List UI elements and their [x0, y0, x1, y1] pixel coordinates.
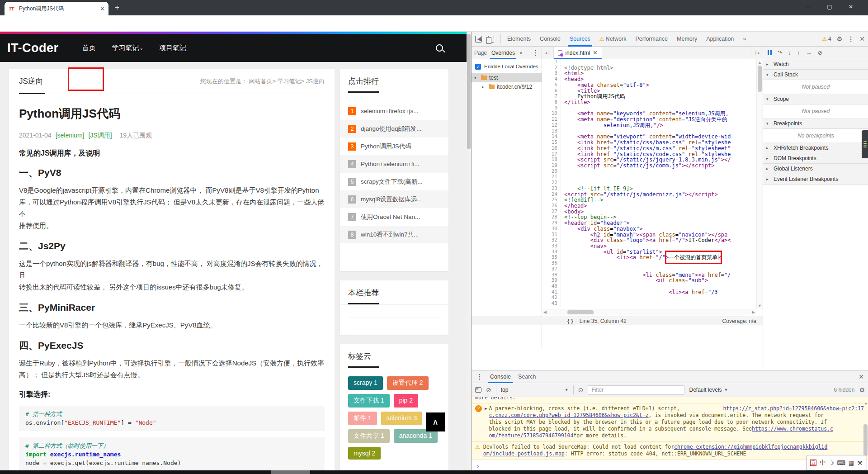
- editor-line[interactable]: 35 <li><a href="/">一个被濺的首页菜单<: [542, 255, 756, 261]
- ime-icon[interactable]: ⌨: [837, 460, 845, 466]
- console-link[interactable]: https://www.chromestatus.c: [752, 426, 833, 432]
- console-link[interactable]: om/feature/5718547946799104: [489, 432, 573, 439]
- ime-icon[interactable]: 五: [810, 460, 816, 466]
- line-number[interactable]: 19: [542, 163, 561, 169]
- step-over-icon[interactable]: ↷: [778, 49, 783, 56]
- line-number[interactable]: 23: [542, 186, 561, 192]
- devtools-tab-performance[interactable]: Performance: [635, 32, 668, 47]
- issues-count[interactable]: 4: [828, 36, 831, 42]
- editor-hscroll-thumb[interactable]: [567, 310, 594, 314]
- editor-line[interactable]: 36: [542, 261, 756, 266]
- editor-line[interactable]: 20: [542, 169, 756, 175]
- editor-vscroll-thumb[interactable]: [758, 66, 762, 92]
- devtools-tab-»[interactable]: »: [743, 32, 746, 47]
- site-nav-item[interactable]: 项目笔记: [159, 44, 186, 52]
- step-into-icon[interactable]: ↓: [788, 49, 791, 56]
- console-filter-input[interactable]: Filter: [588, 385, 684, 395]
- context-selector[interactable]: top ▼: [501, 387, 569, 393]
- ranking-item[interactable]: 6mysql8设置数据库远...: [340, 190, 448, 208]
- more-tabs-icon[interactable]: »: [519, 47, 523, 59]
- search-icon[interactable]: [436, 44, 443, 52]
- line-number[interactable]: 43: [542, 301, 561, 307]
- line-number[interactable]: 30: [542, 226, 561, 232]
- tree-item[interactable]: ▾test: [472, 73, 542, 82]
- devtools-tab-memory[interactable]: Memory: [677, 32, 697, 47]
- navigator-menu-icon[interactable]: ⋮: [532, 49, 539, 57]
- site-logo[interactable]: IT-Coder: [7, 41, 59, 55]
- line-number[interactable]: 37: [542, 266, 561, 272]
- tab-close-icon[interactable]: ✕: [100, 5, 105, 12]
- editor-line[interactable]: 39 <ul class="sub">: [542, 278, 756, 284]
- editor-line[interactable]: 43: [542, 301, 756, 307]
- tree-item[interactable]: ▸itcoder.cn/9/12: [472, 82, 542, 91]
- console-settings-icon[interactable]: ⚙: [859, 386, 865, 393]
- deactivate-breakpoints-icon[interactable]: ⊘: [817, 49, 822, 56]
- line-number[interactable]: 40: [542, 284, 561, 289]
- inspect-element-icon[interactable]: [475, 36, 482, 43]
- line-number[interactable]: 11: [542, 117, 561, 123]
- source-editor[interactable]: 12<!doctype html>3<html>4<head>5 <meta c…: [542, 59, 756, 309]
- tag-chip[interactable]: 设置代理 2: [387, 376, 429, 390]
- drawer-menu-icon[interactable]: ⋮: [476, 373, 483, 381]
- sidebar-section-breakpoints[interactable]: ▾Breakpoints: [763, 118, 868, 129]
- console-link[interactable]: om/include.postload.js.map: [483, 450, 565, 457]
- category-tab[interactable]: JS逆向: [19, 76, 43, 86]
- taskbar-button[interactable]: [271, 470, 310, 474]
- line-number[interactable]: 6: [542, 88, 561, 94]
- devtools-tab-console[interactable]: Console: [540, 32, 561, 47]
- devtools-menu-icon[interactable]: ⋮: [848, 35, 854, 43]
- checkbox-checked-icon[interactable]: ✓: [475, 64, 481, 70]
- ranking-item[interactable]: 3Python调用JS代码: [340, 137, 448, 155]
- live-expression-icon[interactable]: ⊙: [578, 386, 584, 393]
- devtools-tab-elements[interactable]: Elements: [507, 32, 531, 47]
- console-link[interactable]: https://: [723, 405, 748, 412]
- collapse-panel-icon[interactable]: ◂❘: [542, 47, 554, 59]
- tab-overrides[interactable]: Overrides: [491, 47, 515, 59]
- editor-line[interactable]: 42: [542, 295, 756, 301]
- editor-line[interactable]: 12 selenium,JS调用,"/>: [542, 123, 756, 128]
- editor-file-tab[interactable]: index.html ✕: [554, 47, 602, 59]
- article-tag-link[interactable]: [selenium]: [56, 132, 85, 140]
- back-to-top-button[interactable]: ∧: [426, 412, 445, 431]
- log-levels-selector[interactable]: Default levels ▼: [689, 387, 728, 393]
- console-sidebar-icon[interactable]: [475, 387, 481, 393]
- disclosure-arrow-icon[interactable]: ▾: [474, 76, 479, 80]
- console-link[interactable]: c.cnzz.com/core.php?web_id=1279584606&sh…: [489, 412, 648, 419]
- console-scroll-up-icon[interactable]: ▲: [865, 401, 867, 405]
- device-toolbar-icon[interactable]: [488, 36, 494, 43]
- tag-chip[interactable]: 文件共享 1: [348, 429, 390, 443]
- editor-line[interactable]: 19 <script src="/static/js/comm.js"></sc…: [542, 163, 756, 169]
- ime-icon[interactable]: ☽: [829, 460, 834, 466]
- line-number[interactable]: 36: [542, 261, 561, 266]
- disclosure-arrow-icon[interactable]: ▸: [482, 85, 486, 89]
- tab-console[interactable]: Console: [490, 370, 511, 383]
- console-source-link[interactable]: z_stat.php?id=1279584606&show=pic2:17: [748, 405, 864, 412]
- pretty-print-icon[interactable]: { }: [567, 318, 573, 324]
- page-scrollbar-thumb[interactable]: [467, 34, 471, 149]
- ime-icon[interactable]: 中: [820, 459, 826, 467]
- line-number[interactable]: 1: [542, 59, 561, 65]
- editor-line[interactable]: 21: [542, 174, 756, 180]
- tag-chip[interactable]: selenium 3: [381, 412, 423, 425]
- line-number[interactable]: 5: [542, 82, 561, 88]
- browser-tab[interactable]: IT Python调用JS代码 ✕: [5, 2, 108, 15]
- tag-chip[interactable]: mysql 2: [348, 447, 381, 460]
- line-number[interactable]: 8: [542, 100, 561, 105]
- ranking-item[interactable]: 4Python+selenium+fi...: [340, 155, 448, 173]
- line-number[interactable]: 26: [542, 203, 561, 209]
- console-message[interactable]: 2▶A parser-blocking, cross site (i.e. di…: [472, 403, 868, 442]
- sidebar-section-scope[interactable]: ▾Scope: [763, 94, 868, 104]
- ranking-item[interactable]: 1selenium+firefox+js...: [340, 102, 448, 120]
- sidebar-section-xhr-fetch-breakpoints[interactable]: ▸XHR/fetch Breakpoints: [763, 143, 868, 153]
- devtools-tab-network[interactable]: ⚠Network: [599, 32, 627, 47]
- line-number[interactable]: 15: [542, 140, 561, 146]
- window-close-button[interactable]: ✕: [841, 0, 861, 14]
- sidebar-section-call-stack[interactable]: ▾Call Stack: [763, 70, 868, 80]
- line-number[interactable]: 7: [542, 94, 561, 100]
- sidebar-section-global-listeners[interactable]: ▸Global Listeners: [763, 164, 868, 174]
- devtools-settings-icon[interactable]: ⚙: [837, 35, 843, 43]
- editor-line[interactable]: 41 <li><a href="/3: [542, 289, 756, 295]
- line-number[interactable]: 12: [542, 123, 561, 128]
- devtools-tab-sources[interactable]: Sources: [570, 32, 590, 47]
- ime-language-bar[interactable]: 五中☽⌨▦⚒: [807, 455, 866, 470]
